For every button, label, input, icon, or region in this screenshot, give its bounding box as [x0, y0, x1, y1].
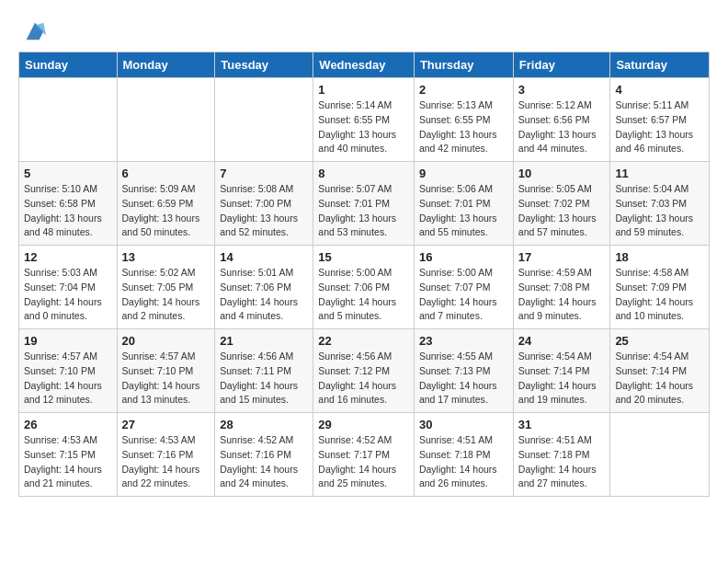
day-detail: Sunrise: 4:58 AMSunset: 7:09 PMDaylight:…: [615, 266, 704, 324]
day-number: 20: [122, 334, 210, 348]
day-number: 16: [419, 250, 508, 264]
day-detail: Sunrise: 5:14 AMSunset: 6:55 PMDaylight:…: [318, 98, 409, 156]
day-number: 10: [518, 167, 606, 180]
day-header-monday: Monday: [117, 52, 215, 78]
day-detail: Sunrise: 5:04 AMSunset: 7:03 PMDaylight:…: [615, 182, 704, 240]
calendar-cell: 13Sunrise: 5:02 AMSunset: 7:05 PMDayligh…: [117, 246, 215, 329]
day-detail: Sunrise: 5:06 AMSunset: 7:01 PMDaylight:…: [419, 182, 508, 240]
day-number: 23: [419, 334, 508, 348]
day-number: 29: [318, 418, 409, 431]
day-number: 28: [220, 418, 308, 431]
day-number: 30: [419, 418, 508, 431]
day-header-sunday: Sunday: [19, 52, 118, 78]
day-detail: Sunrise: 5:02 AMSunset: 7:05 PMDaylight:…: [122, 266, 210, 324]
day-detail: Sunrise: 5:09 AMSunset: 6:59 PMDaylight:…: [122, 182, 210, 240]
day-detail: Sunrise: 4:57 AMSunset: 7:10 PMDaylight:…: [122, 350, 210, 408]
day-number: 12: [24, 250, 112, 264]
calendar-cell: 16Sunrise: 5:00 AMSunset: 7:07 PMDayligh…: [414, 246, 513, 329]
calendar-week-row: 5Sunrise: 5:10 AMSunset: 6:58 PMDaylight…: [19, 162, 710, 246]
calendar-cell: [19, 78, 118, 162]
day-detail: Sunrise: 4:54 AMSunset: 7:14 PMDaylight:…: [518, 350, 606, 408]
calendar-cell: 28Sunrise: 4:52 AMSunset: 7:16 PMDayligh…: [215, 413, 313, 497]
day-detail: Sunrise: 4:57 AMSunset: 7:10 PMDaylight:…: [24, 350, 112, 408]
calendar-cell: 1Sunrise: 5:14 AMSunset: 6:55 PMDaylight…: [313, 78, 415, 162]
calendar-cell: 8Sunrise: 5:07 AMSunset: 7:01 PMDaylight…: [313, 162, 415, 246]
day-detail: Sunrise: 4:53 AMSunset: 7:16 PMDaylight:…: [122, 433, 210, 491]
day-number: 19: [24, 334, 112, 348]
day-detail: Sunrise: 5:13 AMSunset: 6:55 PMDaylight:…: [419, 98, 508, 156]
calendar-week-row: 19Sunrise: 4:57 AMSunset: 7:10 PMDayligh…: [19, 329, 710, 413]
day-number: 26: [24, 418, 112, 431]
day-detail: Sunrise: 5:00 AMSunset: 7:06 PMDaylight:…: [318, 266, 409, 324]
day-detail: Sunrise: 5:08 AMSunset: 7:00 PMDaylight:…: [220, 182, 308, 240]
day-number: 3: [518, 83, 606, 97]
day-detail: Sunrise: 5:10 AMSunset: 6:58 PMDaylight:…: [24, 182, 112, 240]
day-detail: Sunrise: 4:56 AMSunset: 7:11 PMDaylight:…: [220, 350, 308, 408]
day-detail: Sunrise: 4:51 AMSunset: 7:18 PMDaylight:…: [518, 433, 606, 491]
day-header-wednesday: Wednesday: [313, 52, 415, 78]
day-number: 8: [318, 167, 409, 180]
day-detail: Sunrise: 4:54 AMSunset: 7:14 PMDaylight:…: [615, 350, 704, 408]
calendar-week-row: 12Sunrise: 5:03 AMSunset: 7:04 PMDayligh…: [19, 246, 710, 329]
calendar-cell: 30Sunrise: 4:51 AMSunset: 7:18 PMDayligh…: [414, 413, 513, 497]
calendar-cell: 24Sunrise: 4:54 AMSunset: 7:14 PMDayligh…: [513, 329, 610, 413]
calendar-cell: 6Sunrise: 5:09 AMSunset: 6:59 PMDaylight…: [117, 162, 215, 246]
calendar-cell: 11Sunrise: 5:04 AMSunset: 7:03 PMDayligh…: [610, 162, 710, 246]
day-number: 2: [419, 83, 508, 97]
calendar-cell: 31Sunrise: 4:51 AMSunset: 7:18 PMDayligh…: [513, 413, 610, 497]
calendar-cell: 19Sunrise: 4:57 AMSunset: 7:10 PMDayligh…: [19, 329, 118, 413]
calendar-cell: [215, 78, 313, 162]
day-detail: Sunrise: 4:55 AMSunset: 7:13 PMDaylight:…: [419, 350, 508, 408]
calendar-cell: 26Sunrise: 4:53 AMSunset: 7:15 PMDayligh…: [19, 413, 118, 497]
day-number: 27: [122, 418, 210, 431]
calendar-cell: 5Sunrise: 5:10 AMSunset: 6:58 PMDaylight…: [19, 162, 118, 246]
day-number: 11: [615, 167, 704, 180]
day-number: 22: [318, 334, 409, 348]
day-number: 5: [24, 167, 112, 180]
day-number: 18: [615, 250, 704, 264]
day-detail: Sunrise: 4:51 AMSunset: 7:18 PMDaylight:…: [419, 433, 508, 491]
day-detail: Sunrise: 4:59 AMSunset: 7:08 PMDaylight:…: [518, 266, 606, 324]
calendar-cell: 10Sunrise: 5:05 AMSunset: 7:02 PMDayligh…: [513, 162, 610, 246]
day-number: 4: [615, 83, 704, 97]
day-header-friday: Friday: [513, 52, 610, 78]
calendar-header-row: SundayMondayTuesdayWednesdayThursdayFrid…: [19, 52, 710, 78]
calendar-cell: 25Sunrise: 4:54 AMSunset: 7:14 PMDayligh…: [610, 329, 710, 413]
calendar-cell: 9Sunrise: 5:06 AMSunset: 7:01 PMDaylight…: [414, 162, 513, 246]
calendar-cell: 20Sunrise: 4:57 AMSunset: 7:10 PMDayligh…: [117, 329, 215, 413]
day-number: 13: [122, 250, 210, 264]
calendar-table: SundayMondayTuesdayWednesdayThursdayFrid…: [18, 52, 710, 497]
calendar-cell: 29Sunrise: 4:52 AMSunset: 7:17 PMDayligh…: [313, 413, 415, 497]
calendar-cell: 17Sunrise: 4:59 AMSunset: 7:08 PMDayligh…: [513, 246, 610, 329]
calendar-cell: [610, 413, 710, 497]
calendar-week-row: 1Sunrise: 5:14 AMSunset: 6:55 PMDaylight…: [19, 78, 710, 162]
calendar-cell: 27Sunrise: 4:53 AMSunset: 7:16 PMDayligh…: [117, 413, 215, 497]
day-detail: Sunrise: 5:01 AMSunset: 7:06 PMDaylight:…: [220, 266, 308, 324]
day-detail: Sunrise: 4:56 AMSunset: 7:12 PMDaylight:…: [318, 350, 409, 408]
day-number: 14: [220, 250, 308, 264]
day-header-saturday: Saturday: [610, 52, 710, 78]
calendar-cell: 23Sunrise: 4:55 AMSunset: 7:13 PMDayligh…: [414, 329, 513, 413]
day-header-tuesday: Tuesday: [215, 52, 313, 78]
day-detail: Sunrise: 4:52 AMSunset: 7:17 PMDaylight:…: [318, 433, 409, 491]
calendar-cell: [117, 78, 215, 162]
calendar-cell: 14Sunrise: 5:01 AMSunset: 7:06 PMDayligh…: [215, 246, 313, 329]
day-number: 17: [518, 250, 606, 264]
calendar-cell: 7Sunrise: 5:08 AMSunset: 7:00 PMDaylight…: [215, 162, 313, 246]
calendar-cell: 2Sunrise: 5:13 AMSunset: 6:55 PMDaylight…: [414, 78, 513, 162]
calendar-cell: 15Sunrise: 5:00 AMSunset: 7:06 PMDayligh…: [313, 246, 415, 329]
page-header: [18, 18, 710, 44]
day-detail: Sunrise: 4:53 AMSunset: 7:15 PMDaylight:…: [24, 433, 112, 491]
logo: [18, 18, 48, 44]
calendar-cell: 4Sunrise: 5:11 AMSunset: 6:57 PMDaylight…: [610, 78, 710, 162]
day-header-thursday: Thursday: [414, 52, 513, 78]
day-detail: Sunrise: 5:11 AMSunset: 6:57 PMDaylight:…: [615, 98, 704, 156]
day-number: 24: [518, 334, 606, 348]
calendar-cell: 12Sunrise: 5:03 AMSunset: 7:04 PMDayligh…: [19, 246, 118, 329]
day-detail: Sunrise: 5:03 AMSunset: 7:04 PMDaylight:…: [24, 266, 112, 324]
calendar-cell: 22Sunrise: 4:56 AMSunset: 7:12 PMDayligh…: [313, 329, 415, 413]
calendar-cell: 3Sunrise: 5:12 AMSunset: 6:56 PMDaylight…: [513, 78, 610, 162]
logo-icon: [22, 18, 48, 44]
calendar-cell: 21Sunrise: 4:56 AMSunset: 7:11 PMDayligh…: [215, 329, 313, 413]
day-number: 21: [220, 334, 308, 348]
